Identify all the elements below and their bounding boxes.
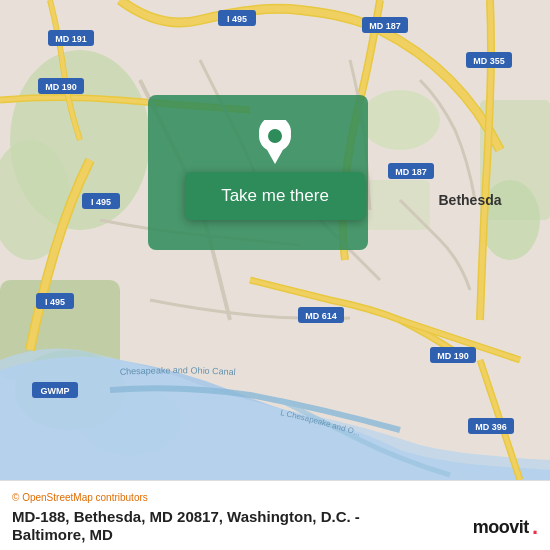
copyright-symbol: © [12,492,19,503]
button-overlay: Take me there [185,120,365,220]
svg-text:MD 191: MD 191 [55,34,87,44]
svg-point-8 [360,90,440,150]
moovit-dot: . [532,516,538,538]
svg-text:MD 187: MD 187 [395,167,427,177]
svg-text:MD 355: MD 355 [473,56,505,66]
svg-text:I 495: I 495 [227,14,247,24]
openstreetmap-link[interactable]: OpenStreetMap [22,492,93,503]
svg-text:MD 187: MD 187 [369,21,401,31]
moovit-text: moovit [473,517,529,538]
moovit-logo: moovit . [473,516,538,538]
svg-text:I 495: I 495 [45,297,65,307]
svg-text:Bethesda: Bethesda [438,192,501,208]
svg-text:MD 396: MD 396 [475,422,507,432]
location-subtitle: Baltimore, MD [12,526,360,543]
svg-text:Chesapeake and Ohio Canal: Chesapeake and Ohio Canal [119,365,235,377]
location-title: MD-188, Bethesda, MD 20817, Washington, … [12,507,360,527]
svg-text:MD 190: MD 190 [437,351,469,361]
attribution: © OpenStreetMap contributors [12,492,538,503]
svg-point-39 [268,129,282,143]
svg-text:GWMP: GWMP [41,386,70,396]
svg-text:I 495: I 495 [91,197,111,207]
attribution-suffix: contributors [96,492,148,503]
svg-text:MD 190: MD 190 [45,82,77,92]
map-pin-icon [257,120,293,164]
map-container: I 495 I 495 I 495 MD 187 MD 187 MD 190 M… [0,0,550,480]
info-bar: © OpenStreetMap contributors MD-188, Bet… [0,480,550,550]
svg-text:MD 614: MD 614 [305,311,337,321]
take-me-there-button[interactable]: Take me there [185,172,365,220]
